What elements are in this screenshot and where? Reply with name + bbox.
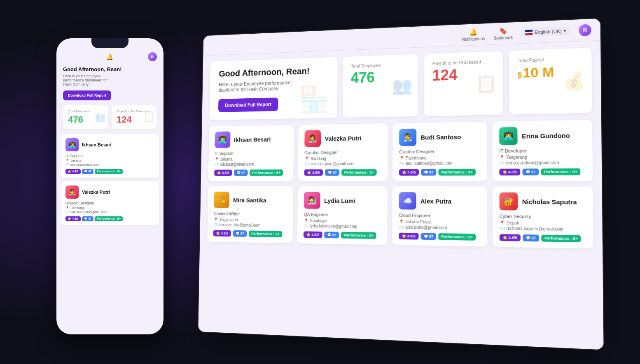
employee-avatar: 👩‍🔬 xyxy=(304,192,320,209)
notifications-nav-item[interactable]: 🔔 Notifications xyxy=(462,27,485,41)
bell-icon: 🔔 xyxy=(469,28,478,36)
employee-email: ✉️ mirasan.tika@gmail.com xyxy=(213,223,287,228)
messages-badge: 💬 97 xyxy=(324,232,339,238)
phone-payroll-icon: 📋 xyxy=(143,112,154,123)
employee-email: ✉️ budi.santoso@gmail.com xyxy=(399,161,480,166)
location-icon: 📍 xyxy=(399,156,404,160)
employee-badges: ⭐ 4.8/5 💬 97 Performance : S+ xyxy=(499,168,585,175)
employee-badges: ⭐ 4.8/5 💬 97 Performance : S+ xyxy=(399,233,480,241)
employee-card[interactable]: 👩‍🔬 Lydia Lumi QA Engineer 📍 Surabaya ✉️… xyxy=(297,186,388,245)
employee-location: 📍 Jakarta xyxy=(215,157,287,162)
email-icon: ✉️ xyxy=(500,226,505,231)
employee-card[interactable]: ✍️ Mira Santika Content Writer 📍 Yogyaka… xyxy=(207,186,293,243)
employee-email: ✉️ erina.gundono@gmail.com xyxy=(499,160,585,165)
performance-badge: Performance : S+ xyxy=(541,235,581,242)
employee-card-header: 👨‍🎨 Budi Santoso xyxy=(399,128,480,146)
employee-avatar: 👩‍🎨 xyxy=(304,130,321,147)
employee-name: Ikhsan Besari xyxy=(234,136,271,143)
performance-badge: Performance : S+ xyxy=(341,169,377,176)
download-report-button[interactable]: Download Full Report xyxy=(218,97,278,112)
rating-badge: ⭐ 4.8/5 xyxy=(499,169,520,176)
employee-card[interactable]: 🔐 Nicholas Saputra Cyber Security 📍 Depo… xyxy=(493,186,593,248)
email-icon: ✉️ xyxy=(399,161,404,166)
phone-total-employee-card: Total Employee 476 👥 xyxy=(63,105,108,129)
employee-name: Erina Gundono xyxy=(522,132,570,139)
employee-card[interactable]: 👨‍🎨 Budi Santoso Graphic Designer 📍 Pale… xyxy=(392,122,487,181)
rating-badge: ⭐ 4.8/5 xyxy=(399,233,418,240)
phone-download-button[interactable]: Download Full Report xyxy=(63,90,111,100)
messages-badge: 💬 97 xyxy=(325,169,339,176)
messages-badge: 💬 97 xyxy=(522,169,539,176)
rating-badge: ⭐ 4.8/5 xyxy=(304,169,322,176)
performance-badge: Performance : S+ xyxy=(250,169,283,176)
employee-card[interactable]: 👨‍💻 Ikhsan Besari IT Support 📍 Jakarta ✉… xyxy=(208,125,294,181)
employee-cards-grid: 👨‍💻 Ikhsan Besari IT Support 📍 Jakarta ✉… xyxy=(207,120,593,248)
phone-employee-name: Valezka Putri xyxy=(82,190,110,195)
employee-card-header: 👨‍💻 Ikhsan Besari xyxy=(215,130,287,148)
employee-role: Cyber Security xyxy=(500,213,586,220)
phone-employee-header: 👨‍💻 Ikhsan Besari xyxy=(65,138,154,151)
email-icon: ✉️ xyxy=(499,160,505,165)
messages-badge: 💬 97 xyxy=(420,169,436,176)
money-bag-icon: 💰 xyxy=(563,70,586,91)
employee-card-header: 👩‍🔬 Lydia Lumi xyxy=(304,192,381,209)
phone-employee-email: ✉️ valezka.putri@gmail.com xyxy=(65,210,154,214)
notifications-label: Notifications xyxy=(462,36,485,41)
employee-badges: ⭐ 4.8/5 💬 97 Performance : S+ xyxy=(500,234,586,242)
phone-employee-role: IT Support xyxy=(65,154,154,158)
employee-avatar: 👩‍💻 xyxy=(499,127,517,145)
performance-badge: Performance : S+ xyxy=(541,168,581,175)
total-employee-label: Total Employee xyxy=(351,62,410,69)
location-icon: 📍 xyxy=(399,219,404,224)
performance-badge: Performance : S+ xyxy=(439,169,476,176)
phone-screen: 🔔 R Good Afternoon, Rean! Here is your E… xyxy=(56,38,164,334)
email-icon: ✉️ xyxy=(304,162,309,166)
phone-employee-avatar: 👩‍🎨 xyxy=(65,185,79,199)
language-selector[interactable]: English (UK) ▾ xyxy=(521,26,570,37)
employee-location: 📍 Surabaya xyxy=(304,218,381,224)
payroll-processed-card: Payroll to be Processed 124 📋 xyxy=(424,51,503,116)
employee-avatar: 🔐 xyxy=(500,192,518,211)
employee-card-header: ✍️ Mira Santika xyxy=(214,192,287,209)
employee-avatar: 👨‍💻 xyxy=(215,131,230,148)
employee-card[interactable]: 👩‍🎨 Valezka Putri Graphic Designer 📍 Ban… xyxy=(298,123,388,181)
phone-employee-location: 📍 Jakarta xyxy=(65,159,154,162)
people-icon: 👥 xyxy=(392,76,413,95)
rating-badge: ⭐ 4.8/5 xyxy=(304,231,322,238)
performance-badge: Performance : S+ xyxy=(438,233,476,241)
employee-card[interactable]: 👩‍💻 Erina Gundono IT Developer 📍 Tangera… xyxy=(492,120,593,181)
phone-rating-badge: ⭐ 4.8/5 xyxy=(65,169,81,174)
phone-employee-name: Ikhsan Besari xyxy=(82,142,112,147)
employee-location: 📍 Jakarta Pusat xyxy=(399,219,480,225)
performance-badge: Performance : S+ xyxy=(341,232,376,239)
employee-role: Graphic Designer xyxy=(399,148,480,154)
phone-employee-card[interactable]: 👩‍🎨 Valezka Putri Graphic Designer 📍 Ban… xyxy=(61,181,159,225)
phone-performance-badge: Performance : S+ xyxy=(95,216,123,221)
bookmark-icon: 🔖 xyxy=(499,26,507,35)
phone-navbar: 🔔 R xyxy=(56,50,164,64)
employee-email: ✉️ lydia.luminaire@gmail.com xyxy=(304,224,381,229)
scene: 🔔 Notifications 🔖 Bookmark English (UK) … xyxy=(32,14,608,351)
total-employee-card: Total Employee 476 👥 xyxy=(343,54,418,118)
employee-badges: ⭐ 4.8/5 💬 97 Performance : S+ xyxy=(304,169,381,176)
phone-performance-badge: Performance : S+ xyxy=(95,169,123,174)
employee-email: ✉️ nicholas.saputra@gmail.com xyxy=(500,226,586,232)
location-icon: 📍 xyxy=(304,218,308,223)
employee-location: 📍 Yogyakarta xyxy=(213,218,287,223)
phone-employee-card[interactable]: 👨‍💻 Ikhsan Besari IT Support 📍 Jakarta ✉… xyxy=(61,134,159,178)
location-icon: 📍 xyxy=(215,157,219,161)
bookmark-label: Bookmark xyxy=(493,35,513,40)
messages-badge: 💬 97 xyxy=(233,230,247,237)
employee-card-header: 👩‍🎨 Valezka Putri xyxy=(304,129,381,147)
phone-employee-location: 📍 Bandung xyxy=(65,206,154,210)
phone-bell-icon: 🔔 xyxy=(106,53,113,60)
email-icon: ✉️ xyxy=(215,162,219,166)
user-avatar[interactable]: R xyxy=(579,23,591,36)
dashboard-content: Good Afternoon, Rean! Here is your Emplo… xyxy=(200,40,603,255)
phone-employee-email: ✉️ ikh.best@email.com xyxy=(65,163,154,167)
rating-badge: ⭐ 4.8/5 xyxy=(213,230,231,236)
employee-location: 📍 Palembang xyxy=(399,155,480,160)
phone-avatar[interactable]: R xyxy=(148,52,157,61)
employee-card[interactable]: ☁️ Alex Putra Cloud Engineer 📍 Jakarta P… xyxy=(392,186,487,247)
bookmark-nav-item[interactable]: 🔖 Bookmark xyxy=(493,26,513,40)
